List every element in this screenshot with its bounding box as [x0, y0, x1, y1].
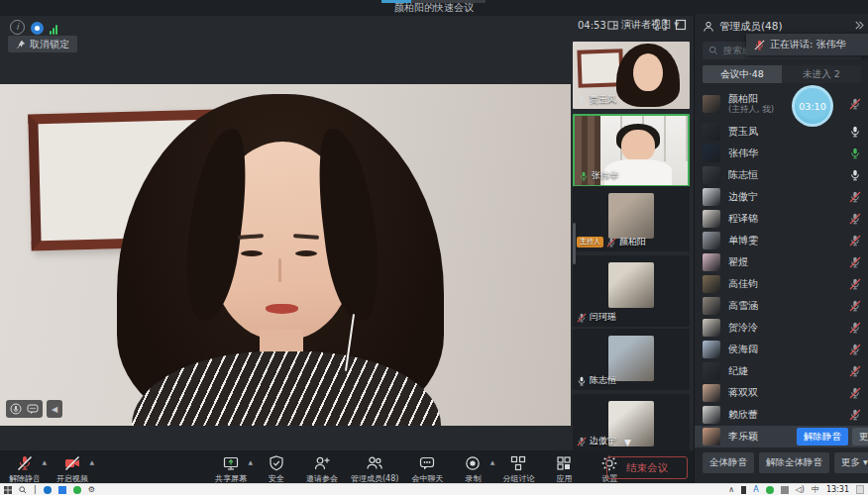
participant-row[interactable]: 贾玉凤 [695, 121, 868, 143]
avatar [703, 428, 720, 446]
participant-row[interactable]: 颜柏阳(主持人, 我) [695, 87, 868, 121]
toolbar-invite-button[interactable]: 邀请参会 [303, 452, 341, 484]
thumbnail-name-bar: 边傲宁 [577, 435, 616, 447]
caret-up-icon[interactable]: ▲ [89, 458, 94, 465]
panel-collapse-icon[interactable] [853, 20, 864, 31]
settings-tray-icon[interactable]: ⚙ [88, 485, 95, 495]
nose [278, 258, 281, 282]
video-thumbnail[interactable]: 边傲宁 [573, 394, 690, 450]
video-thumbnail[interactable]: 主持人颜柏阳 [573, 186, 690, 251]
view-mode-dropdown[interactable]: 演讲者视图 ▼ [607, 17, 679, 33]
browser-icon[interactable] [44, 486, 52, 494]
unlock-video-button[interactable]: 取消锁定 [8, 36, 77, 52]
tray-chevron-icon[interactable]: ∧ [728, 485, 734, 495]
video-thumbnail[interactable]: 贾玉凤 [573, 42, 690, 109]
member-tab-1[interactable]: 未进入 2 [782, 65, 861, 83]
avatar [703, 362, 720, 380]
participant-row[interactable]: 赖欣蕾 [695, 404, 868, 426]
mic-status-icon[interactable] [10, 403, 22, 415]
participant-name: 单博雯 [728, 235, 841, 247]
unmute-member-button[interactable]: 解除静音 [797, 428, 848, 446]
participant-row[interactable]: 陈志恒 [695, 164, 868, 186]
participant-row[interactable]: 张伟华 [695, 143, 868, 164]
toolbar-screen-share-button[interactable]: ▲共享屏幕 [212, 452, 250, 484]
participant-row[interactable]: 李乐颖解除静音更多 [695, 426, 868, 447]
caret-up-icon[interactable]: ▲ [42, 458, 47, 465]
toolbar-chat-button[interactable]: 会中聊天 [408, 452, 446, 484]
participant-row[interactable]: 高雪涵 [695, 295, 868, 317]
mic-muted-icon [849, 344, 861, 355]
main-speaker-video[interactable]: ◀ [0, 84, 571, 426]
notification-center-icon[interactable] [856, 485, 864, 494]
toolbar-shield-button[interactable]: 安全 [258, 452, 295, 484]
picture-tray-icon[interactable] [781, 486, 789, 494]
thumbnail-name-bar: 贾玉凤 [577, 93, 616, 106]
footer-解除全体静音-button[interactable]: 解除全体静音 [759, 452, 829, 473]
participant-row[interactable]: 程译锦 [695, 208, 868, 230]
meeting-info-icon[interactable]: i [10, 20, 25, 35]
eye [295, 250, 317, 256]
members-panel: 管理成员(48) 搜索成员 正在讲话: 张伟华 会议中·48未进入 2 颜柏阳(… [694, 14, 868, 483]
mic-muted-icon [754, 40, 765, 50]
video-thumbnail-strip: 贾玉凤张伟华主持人颜柏阳闫珂瑶陈志恒边傲宁 [573, 40, 692, 450]
caret-up-icon[interactable]: ▲ [248, 458, 253, 465]
fullscreen-button[interactable] [655, 19, 667, 31]
toolbar-apps-button[interactable]: 应用 [545, 452, 583, 484]
toolbar-mic-off-button[interactable]: ▲解除静音 [6, 452, 44, 484]
participant-row[interactable]: 纪婕 [695, 360, 868, 382]
video-thumbnail[interactable]: 陈志恒 [573, 329, 690, 390]
footer-全体静音-button[interactable]: 全体静音 [703, 452, 754, 473]
member-tab-0[interactable]: 会议中·48 [703, 65, 782, 83]
floating-timer-bubble[interactable]: 03:10 [792, 85, 833, 127]
participant-row[interactable]: 翟煜 [695, 251, 868, 273]
caret-up-icon[interactable]: ▲ [490, 458, 495, 465]
participant-name: 贺泠泠 [728, 322, 841, 334]
panel-footer-buttons: 全体静音解除全体静音更多 ▾ [703, 452, 861, 473]
end-meeting-button[interactable]: 结束会议 [606, 456, 688, 479]
wechat-tray-icon[interactable] [766, 486, 774, 494]
app-icon-blue[interactable] [58, 486, 66, 494]
start-button[interactable] [4, 486, 12, 494]
participant-row[interactable]: 侯海阔 [695, 339, 868, 360]
input-method-icon[interactable]: A [753, 485, 758, 495]
mic-on-icon [849, 126, 861, 138]
language-indicator[interactable]: 中 [812, 485, 819, 495]
participant-row[interactable]: 高佳钧 [695, 273, 868, 295]
chat-bubble-icon[interactable] [27, 403, 39, 415]
avatar [703, 123, 720, 141]
wechat-icon[interactable] [73, 486, 81, 494]
security-status-icon[interactable] [31, 22, 44, 35]
participant-row[interactable]: 蒋双双 [695, 382, 868, 404]
mic-muted-icon [849, 387, 861, 399]
footer-more-button[interactable]: 更多 ▾ [834, 452, 868, 473]
taskbar-search-icon[interactable] [19, 486, 27, 494]
mic-on-icon [577, 95, 587, 105]
mic-off-icon [16, 454, 34, 472]
participant-row[interactable]: 边傲宁 [695, 186, 868, 208]
participant-name: 程译锦 [728, 213, 841, 225]
thumbnail-name-bar: 闫珂瑶 [577, 311, 616, 324]
meeting-app-window: 颜柏阳的快速会议 i 取消锁定 04:53 演讲者视图 ▼ [0, 0, 868, 495]
toolbar-record-button[interactable]: ▲录制 [454, 452, 491, 484]
scroll-more-down-icon[interactable]: ▼ [624, 438, 631, 447]
mic-speaking-icon [849, 148, 861, 159]
toolbar-members-button[interactable]: 管理成员(48) [349, 452, 400, 484]
member-more-button[interactable]: 更多 [852, 428, 868, 446]
participant-name: 翟煜 [728, 256, 841, 268]
video-thumbnail[interactable]: 闫珂瑶 [573, 255, 690, 327]
float-window-button[interactable] [675, 19, 687, 31]
eye [241, 250, 263, 256]
video-thumbnail[interactable]: 张伟华 [573, 114, 690, 187]
participant-name: 高雪涵 [728, 300, 841, 312]
avatar [703, 275, 720, 293]
toolbar-breakout-button[interactable]: 分组讨论 [499, 452, 537, 484]
participant-row[interactable]: 单博雯 [695, 230, 868, 251]
toolbar-camera-off-button[interactable]: ▲开启视频 [54, 452, 91, 484]
avatar [703, 406, 720, 424]
thumbnail-scrollbar[interactable] [573, 223, 576, 264]
volume-icon[interactable]: ◁) [796, 485, 805, 495]
collapse-left-icon[interactable]: ◀ [47, 400, 62, 418]
participant-row[interactable]: 贺泠泠 [695, 317, 868, 339]
unlock-video-label: 取消锁定 [30, 38, 69, 51]
avatar [703, 319, 720, 337]
